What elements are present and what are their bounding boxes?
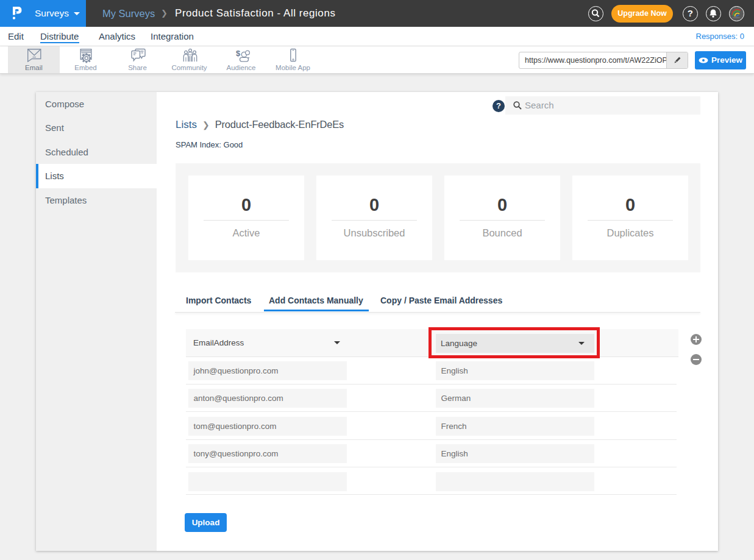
svg-text:$: $ [236, 49, 241, 58]
